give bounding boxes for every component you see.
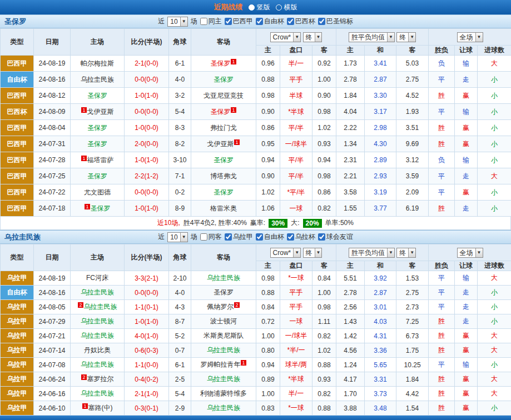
- team-link[interactable]: 格雷米奥: [210, 204, 237, 212]
- europe-odds-select[interactable]: 胜平负均值▼: [349, 248, 395, 258]
- league-filter[interactable]: 自由杯: [256, 232, 284, 242]
- team-link[interactable]: 乌拉圭民族: [207, 375, 240, 383]
- league-filter[interactable]: 乌拉甲: [225, 232, 253, 242]
- europe-final-select[interactable]: 终▼: [396, 248, 416, 258]
- team-link[interactable]: 利物浦蒙特维多: [200, 389, 247, 397]
- score-link[interactable]: 1-0(1-0): [125, 201, 169, 217]
- score-link[interactable]: 2-1(1-0): [125, 387, 169, 401]
- team-link[interactable]: 戈伊亚斯: [207, 140, 234, 148]
- team-link[interactable]: 乌拉圭民族: [81, 389, 114, 397]
- score-link[interactable]: 4-0(1-0): [125, 329, 169, 343]
- team-link[interactable]: FC河床: [86, 274, 108, 282]
- team-link[interactable]: 圣保罗: [214, 188, 234, 196]
- league-filter[interactable]: 球会友谊: [318, 232, 353, 242]
- odds-company-select[interactable]: Crow*▼: [270, 248, 301, 258]
- score-link[interactable]: 2-0(0-0): [125, 136, 169, 152]
- same-venue-input[interactable]: [200, 233, 207, 241]
- league-checkbox[interactable]: [256, 233, 263, 241]
- same-venue-input[interactable]: [200, 18, 207, 25]
- home-team: 圣保罗: [71, 136, 125, 152]
- team-link[interactable]: 塞路(中): [88, 404, 113, 412]
- odds-final-select[interactable]: 终▼: [303, 248, 323, 258]
- same-venue-checkbox[interactable]: 同主: [200, 17, 222, 26]
- team-link[interactable]: 圣保罗: [91, 204, 111, 212]
- team-link[interactable]: 圣保罗: [87, 172, 107, 180]
- league-checkbox[interactable]: [318, 233, 325, 241]
- same-venue-checkbox[interactable]: 同客: [200, 232, 222, 242]
- team-link[interactable]: 弗拉门戈: [210, 124, 237, 132]
- chevron-down-icon: ▼: [408, 248, 415, 257]
- next-section-bar: [0, 416, 511, 420]
- score-link[interactable]: 2-1(0-0): [125, 56, 169, 72]
- team-link[interactable]: 圣保罗: [87, 124, 107, 132]
- score-link[interactable]: 1-0(1-0): [125, 152, 169, 168]
- layout-radio-horizontal[interactable]: 横版: [276, 3, 297, 12]
- score-link[interactable]: 0-0(0-0): [125, 286, 169, 300]
- score-link[interactable]: 1-0(0-0): [125, 120, 169, 136]
- odds-company-select[interactable]: Crow*▼: [270, 32, 301, 42]
- league-filter[interactable]: 自由杯: [256, 17, 284, 26]
- team-link[interactable]: 乌拉圭民族: [81, 332, 114, 339]
- team-link[interactable]: 米斯奥尼斯队: [204, 332, 244, 339]
- odds-final-select[interactable]: 终▼: [303, 32, 323, 42]
- recent-count-select[interactable]: 10▼: [167, 17, 187, 27]
- league-checkbox[interactable]: [287, 18, 294, 25]
- team-link[interactable]: 乌拉圭民族: [81, 317, 114, 325]
- team-link[interactable]: 福塔雷萨: [87, 156, 114, 164]
- team-link[interactable]: 丹奴比奥: [84, 346, 111, 354]
- league-filter[interactable]: 巴西甲: [225, 17, 253, 26]
- score-link[interactable]: 0-3(0-1): [125, 401, 169, 416]
- team-link[interactable]: 乌拉圭民族: [207, 404, 240, 412]
- team-link[interactable]: 乌拉圭民族: [81, 288, 114, 296]
- team-link[interactable]: 博塔弗戈: [210, 172, 237, 180]
- score-link[interactable]: 1-0(1-0): [125, 88, 169, 104]
- asian-home-odds: 0.96: [256, 56, 280, 72]
- team-link[interactable]: 圣保罗: [87, 92, 107, 99]
- team-link[interactable]: 乌拉圭民族: [207, 274, 240, 282]
- rank-badge: 1: [85, 204, 90, 209]
- league-filter[interactable]: 巴西杯: [287, 17, 315, 26]
- team-link[interactable]: 佩纳罗尔: [207, 303, 234, 311]
- team-link[interactable]: 戈亚尼亚竞技: [204, 92, 244, 99]
- score-link[interactable]: 0-6(0-3): [125, 343, 169, 358]
- league-checkbox[interactable]: [318, 18, 325, 25]
- team-link[interactable]: 罗姆帕拉青年: [200, 361, 240, 368]
- team-link[interactable]: 波士顿河: [210, 317, 237, 325]
- team-link[interactable]: 乌拉圭民族: [81, 361, 114, 368]
- league-checkbox[interactable]: [256, 18, 263, 25]
- score-link[interactable]: 3-3(2-1): [125, 271, 169, 286]
- layout-radio-vertical[interactable]: 竖版: [249, 3, 270, 12]
- team-link[interactable]: 乌拉圭民族: [84, 303, 117, 311]
- score-link[interactable]: 0-4(0-2): [125, 372, 169, 387]
- team-link[interactable]: 圣保罗: [214, 76, 234, 83]
- score-link[interactable]: 0-0(0-0): [125, 184, 169, 201]
- score-link[interactable]: 2-2(1-2): [125, 168, 169, 184]
- score-link[interactable]: 0-0(0-0): [125, 72, 169, 88]
- score-link[interactable]: 1-0(1-0): [125, 314, 169, 329]
- team-link[interactable]: 戈伊亚斯: [87, 108, 114, 116]
- scope-select[interactable]: 全场▼: [457, 248, 483, 258]
- league-checkbox[interactable]: [287, 233, 294, 241]
- team-link[interactable]: 圣保罗: [210, 108, 230, 116]
- home-team: 乌拉圭民族: [71, 387, 125, 401]
- europe-final-select[interactable]: 终▼: [396, 32, 416, 42]
- league-filter[interactable]: 巴圣锦标: [318, 17, 353, 26]
- scope-select[interactable]: 全场▼: [457, 32, 483, 42]
- europe-odds-select[interactable]: 胜平负均值▼: [349, 32, 395, 42]
- recent-count-select[interactable]: 10▼: [167, 232, 187, 242]
- league-checkbox[interactable]: [225, 233, 232, 241]
- team-link[interactable]: 乌拉圭民族: [207, 346, 240, 354]
- league-checkbox[interactable]: [225, 18, 232, 25]
- team-link[interactable]: 圣保罗: [210, 59, 230, 67]
- team-link[interactable]: 圣保罗: [87, 140, 107, 148]
- team-link[interactable]: 尤文图德: [84, 188, 111, 196]
- team-link[interactable]: 塞罗拉尔: [87, 375, 114, 383]
- league-filter[interactable]: 乌拉杯: [287, 232, 315, 242]
- score-link[interactable]: 1-1(0-0): [125, 358, 169, 372]
- team-link[interactable]: 圣保罗: [214, 156, 234, 164]
- team-link[interactable]: 帕尔梅拉斯: [81, 59, 114, 67]
- team-link[interactable]: 圣保罗: [214, 288, 234, 296]
- score-link[interactable]: 0-0(0-0): [125, 104, 169, 120]
- team-link[interactable]: 乌拉圭民族: [81, 76, 114, 83]
- score-link[interactable]: 1-1(0-1): [125, 300, 169, 314]
